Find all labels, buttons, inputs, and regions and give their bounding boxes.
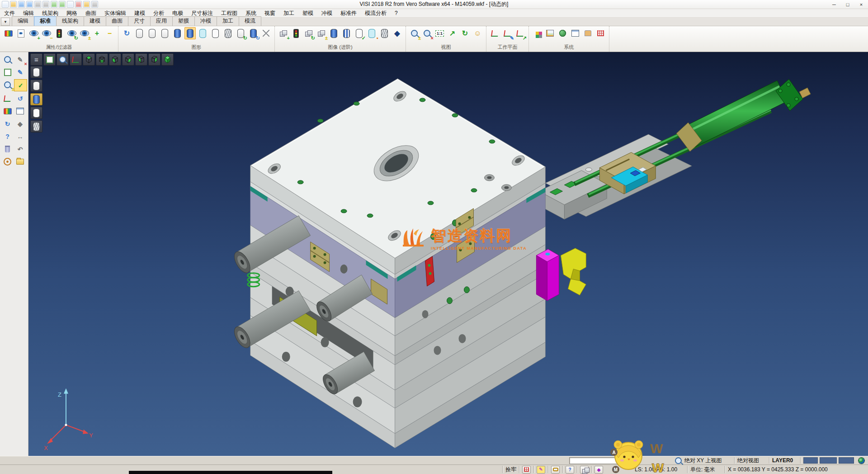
toggle-visibility-icon[interactable]: ± bbox=[79, 27, 90, 39]
navigation-cube-icon[interactable]: ◆ bbox=[392, 27, 403, 39]
cylinder-shaded-icon[interactable] bbox=[172, 27, 183, 39]
status-search-icon[interactable] bbox=[675, 457, 682, 464]
menu-standard-parts[interactable]: 标准件 bbox=[336, 9, 361, 17]
view-iso-cube-icon[interactable] bbox=[161, 53, 174, 66]
close-button[interactable]: × bbox=[854, 0, 868, 9]
menu-solid-edit[interactable]: 实体编辑 bbox=[100, 9, 130, 17]
tab-machining[interactable]: 加工 bbox=[217, 16, 239, 26]
tab-modeling[interactable]: 建模 bbox=[84, 16, 106, 26]
filter-wireframe-icon-2[interactable] bbox=[30, 80, 42, 92]
view-menu-icon[interactable]: ≡ bbox=[30, 53, 42, 66]
color-swatch-1[interactable] bbox=[803, 457, 818, 464]
menu-window[interactable]: 视窗 bbox=[260, 9, 279, 17]
show-add-icon[interactable]: + bbox=[28, 27, 39, 39]
view-right-cube-icon[interactable] bbox=[148, 53, 160, 66]
system-tools-icon[interactable] bbox=[557, 27, 568, 39]
viewport-zoom-dynamic-icon[interactable] bbox=[57, 53, 69, 66]
origin-axis-icon[interactable] bbox=[70, 53, 82, 66]
rotate-curve-icon[interactable]: ↺ bbox=[14, 93, 26, 104]
menu-progress[interactable]: 冲模 bbox=[317, 9, 336, 17]
remove-filter-icon[interactable]: − bbox=[104, 27, 115, 39]
minimize-button[interactable]: ─ bbox=[827, 0, 841, 9]
menu-surface[interactable]: 曲面 bbox=[81, 9, 100, 17]
tab-flow[interactable]: 模流 bbox=[239, 16, 261, 26]
cylinder-striped-icon[interactable] bbox=[341, 27, 352, 39]
workplane-view-icon[interactable]: ↗ bbox=[514, 27, 526, 39]
menu-wireframe[interactable]: 线架构 bbox=[38, 9, 62, 17]
color-palette-icon[interactable] bbox=[532, 27, 543, 39]
view-orientation-label[interactable]: 绝对 XY 上视图 bbox=[684, 457, 731, 465]
cylinder-blue-refresh-icon[interactable]: ↻ bbox=[248, 27, 259, 39]
menu-electrode[interactable]: 电极 bbox=[168, 9, 187, 17]
tab-wireframe[interactable]: 线架构 bbox=[56, 16, 84, 26]
tab-progress[interactable]: 冲模 bbox=[194, 16, 217, 26]
measure-distance-icon[interactable]: ↔ bbox=[14, 131, 26, 142]
tab-standard[interactable]: 标准 bbox=[34, 16, 57, 26]
visibility-traffic-light-icon[interactable] bbox=[53, 27, 65, 39]
workplane-xyz-icon[interactable] bbox=[489, 27, 500, 39]
sketch-curve-icon[interactable]: ✎ bbox=[14, 66, 26, 78]
cylinder-hatched-icon[interactable] bbox=[222, 27, 234, 39]
window-tiles-icon[interactable] bbox=[14, 105, 26, 117]
3d-model-scene[interactable]: Z Y X bbox=[28, 52, 868, 456]
menu-machining[interactable]: 加工 bbox=[279, 9, 298, 17]
show-remove-icon[interactable]: − bbox=[41, 27, 52, 39]
menu-analysis[interactable]: 分析 bbox=[149, 9, 168, 17]
solids-add-icon[interactable]: + bbox=[278, 27, 289, 39]
coordinate-input[interactable] bbox=[569, 457, 623, 464]
view-mode-label[interactable]: 绝对视图 bbox=[737, 457, 766, 465]
add-filter-icon[interactable]: + bbox=[91, 27, 103, 39]
export-box-icon[interactable] bbox=[580, 466, 589, 474]
tab-surface[interactable]: 曲面 bbox=[106, 16, 128, 26]
cylinder-transparent-icon[interactable] bbox=[197, 27, 208, 39]
workplane-sketch-icon[interactable]: ✎ bbox=[502, 27, 513, 39]
menu-mesh[interactable]: 网格 bbox=[62, 9, 81, 17]
solids-traffic-light-icon[interactable] bbox=[290, 27, 302, 39]
menu-file[interactable]: 文件 bbox=[0, 9, 19, 17]
tab-mould[interactable]: 塑膜 bbox=[172, 16, 195, 26]
cylinder-wireframe-icon-3[interactable] bbox=[159, 27, 170, 39]
menu-mould[interactable]: 塑模 bbox=[298, 9, 317, 17]
tab-dimension[interactable]: 尺寸 bbox=[128, 16, 151, 26]
tab-edit[interactable]: 编辑 bbox=[12, 16, 34, 26]
lock-label[interactable]: 拴牢 bbox=[505, 466, 516, 474]
zoom-arrow-icon[interactable]: ↗ bbox=[447, 27, 458, 39]
magic-wand-icon[interactable]: ✎ bbox=[537, 466, 545, 474]
render-mode-icon[interactable]: ☺ bbox=[472, 27, 483, 39]
zoom-plus-minus-icon[interactable]: ± bbox=[1, 79, 14, 90]
menu-edit[interactable]: 编辑 bbox=[19, 9, 38, 17]
maximize-button[interactable]: □ bbox=[841, 0, 854, 9]
attributes-palette-icon[interactable] bbox=[3, 27, 14, 39]
view-back-cube-icon[interactable] bbox=[122, 53, 134, 66]
context-help-icon[interactable]: ? bbox=[1, 131, 14, 142]
open-mail-document-icon[interactable] bbox=[14, 156, 26, 167]
view-top-cube-icon[interactable] bbox=[83, 53, 95, 66]
selection-hand-icon[interactable] bbox=[582, 27, 594, 39]
menu-help[interactable]: ? bbox=[391, 10, 402, 16]
window-settings-icon[interactable] bbox=[570, 27, 581, 39]
red-sensor-part[interactable] bbox=[425, 256, 434, 286]
confirm-check-icon[interactable]: ✓ bbox=[14, 79, 27, 91]
undo-arrow-icon[interactable]: ↶ bbox=[14, 143, 26, 155]
copy-attributes-icon[interactable] bbox=[15, 27, 27, 39]
graphics-viewport[interactable]: ≡ bbox=[28, 52, 868, 456]
color-swatch-3[interactable] bbox=[839, 457, 854, 464]
cylinder-hatched-adv-icon[interactable] bbox=[379, 27, 390, 39]
filter-shaded-selected-icon[interactable] bbox=[30, 93, 42, 105]
cylinder-wireframe-icon-1[interactable] bbox=[134, 27, 145, 39]
refresh-graphics-icon[interactable]: ↻ bbox=[121, 27, 132, 39]
refresh-visibility-icon[interactable]: ↻ bbox=[66, 27, 77, 39]
filter-wireframe-icon-1[interactable] bbox=[30, 66, 42, 78]
zoom-scale-icon[interactable]: ± bbox=[409, 27, 420, 39]
cylinder-validate-icon[interactable]: ✓ bbox=[354, 27, 365, 39]
mold-plate-stack[interactable] bbox=[250, 79, 546, 448]
color-swatch-2[interactable] bbox=[820, 457, 837, 464]
solids-refresh-icon[interactable]: ↻ bbox=[303, 27, 314, 39]
edit-erase-icon[interactable]: ✎× bbox=[14, 54, 26, 65]
shaded-cube-icon[interactable]: ◆ bbox=[14, 118, 26, 129]
view-front-cube-icon[interactable] bbox=[109, 53, 121, 66]
yellow-clamp-part[interactable] bbox=[561, 248, 586, 295]
zoom-one-to-one-icon[interactable]: 1:1 bbox=[434, 27, 445, 39]
grid-snap-icon[interactable] bbox=[595, 27, 606, 39]
cylinder-copy-refresh-icon[interactable]: ↻ bbox=[235, 27, 246, 39]
